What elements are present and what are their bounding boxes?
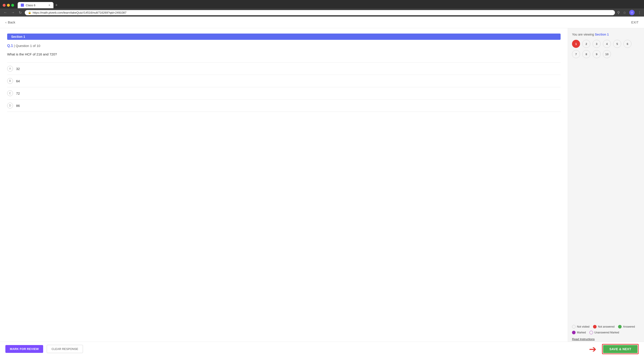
option-text-d: 86 xyxy=(16,104,20,108)
menu-icon[interactable]: ⋮ xyxy=(638,10,641,15)
question-bubble-3[interactable]: 3 xyxy=(592,40,600,48)
user-avatar[interactable]: U xyxy=(629,10,634,15)
reload-button[interactable]: ↻ xyxy=(18,10,22,15)
app-header: ‹ Back EXIT xyxy=(0,16,644,28)
traffic-light-green[interactable] xyxy=(11,4,14,7)
option-item-c[interactable]: C 72 xyxy=(7,87,560,100)
legend: Not visited Not answered Answered Marked… xyxy=(572,325,640,334)
not-answered-label: Not answered xyxy=(598,325,614,328)
answered-label: Answered xyxy=(623,325,635,328)
back-label: Back xyxy=(8,20,15,24)
not-answered-dot xyxy=(593,325,596,328)
not-visited-label: Not visited xyxy=(577,325,590,328)
url-text: https://math.piverb.com/learn/takeQuiz//… xyxy=(33,11,126,14)
mark-for-review-button[interactable]: MARK FOR REVIEW xyxy=(5,345,43,353)
marked-label: Marked xyxy=(577,331,586,334)
question-sub-label: Question 1 of 10 xyxy=(16,44,40,48)
traffic-light-red[interactable] xyxy=(3,4,6,7)
legend-not-answered: Not answered xyxy=(593,325,614,328)
options-list: A 32 B 64 C 72 D 86 xyxy=(7,62,560,112)
option-item-a[interactable]: A 32 xyxy=(7,62,560,75)
search-icon[interactable]: ⚲ xyxy=(617,10,620,15)
question-grid: 12345678910 xyxy=(572,40,640,58)
viewing-section-link[interactable]: Section 1 xyxy=(595,33,609,36)
unanswered-marked-label: Unanswered Marked xyxy=(594,331,619,334)
read-instructions-link[interactable]: Read Instructions xyxy=(572,338,640,341)
right-sidebar: You are viewing Section 1 12345678910 No… xyxy=(568,28,644,356)
browser-chrome: Class 6 × + ← → ↻ 🔒 https://math.piverb.… xyxy=(0,0,644,16)
url-bar[interactable]: 🔒 https://math.piverb.com/learn/takeQuiz… xyxy=(25,10,615,15)
tab-favicon xyxy=(21,4,24,7)
new-tab-button[interactable]: + xyxy=(55,3,58,8)
option-text-c: 72 xyxy=(16,92,20,95)
main-layout: Section 1 Q.1 | Question 1 of 10 What is… xyxy=(0,28,644,356)
viewing-label: You are viewing xyxy=(572,33,594,36)
question-bubble-2[interactable]: 2 xyxy=(582,40,590,48)
question-bubble-7[interactable]: 7 xyxy=(572,50,580,58)
question-bubble-10[interactable]: 10 xyxy=(603,50,611,58)
question-bubble-4[interactable]: 4 xyxy=(603,40,611,48)
lock-icon: 🔒 xyxy=(28,11,31,14)
question-bubble-6[interactable]: 6 xyxy=(624,40,632,48)
question-bubble-9[interactable]: 9 xyxy=(592,50,600,58)
option-text-b: 64 xyxy=(16,79,20,83)
active-tab[interactable]: Class 6 × xyxy=(18,2,54,8)
marked-dot xyxy=(572,331,576,334)
option-circle-c: C xyxy=(7,90,13,96)
bottom-toolbar: MARK FOR REVIEW CLEAR RESPONSE ➔ SAVE & … xyxy=(0,342,644,356)
traffic-light-yellow[interactable] xyxy=(7,4,10,7)
tab-bar: Class 6 × + xyxy=(0,0,644,8)
address-bar: ← → ↻ 🔒 https://math.piverb.com/learn/ta… xyxy=(0,8,644,16)
tab-close-button[interactable]: × xyxy=(48,3,50,7)
sidebar-viewing-text: You are viewing Section 1 xyxy=(572,33,640,36)
question-bubble-8[interactable]: 8 xyxy=(582,50,590,58)
option-circle-b: B xyxy=(7,78,13,84)
save-next-wrapper: SAVE & NEXT xyxy=(602,344,639,354)
arrow-icon: ➔ xyxy=(589,344,596,354)
question-area: Section 1 Q.1 | Question 1 of 10 What is… xyxy=(0,28,568,356)
answered-dot xyxy=(618,325,622,328)
question-bubble-5[interactable]: 5 xyxy=(613,40,621,48)
option-item-b[interactable]: B 64 xyxy=(7,75,560,87)
bookmark-icon[interactable]: ☆ xyxy=(623,10,626,15)
back-button[interactable]: ‹ Back xyxy=(5,20,15,24)
option-circle-a: A xyxy=(7,66,13,72)
question-bubble-1[interactable]: 1 xyxy=(572,40,580,48)
not-visited-dot xyxy=(572,325,576,328)
save-next-button[interactable]: SAVE & NEXT xyxy=(603,345,638,353)
section-badge: Section 1 xyxy=(7,34,560,40)
forward-nav-button[interactable]: → xyxy=(10,10,16,15)
tab-title: Class 6 xyxy=(26,4,47,7)
back-chevron-icon: ‹ xyxy=(5,20,6,24)
option-item-d[interactable]: D 86 xyxy=(7,100,560,112)
option-text-a: 32 xyxy=(16,67,20,71)
option-circle-d: D xyxy=(7,103,13,108)
legend-marked: Marked xyxy=(572,331,586,334)
arrow-indicator: ➔ xyxy=(589,344,598,354)
unanswered-marked-dot xyxy=(590,331,593,334)
exit-button[interactable]: EXIT xyxy=(631,20,639,24)
question-number: Q.1 xyxy=(7,44,13,48)
browser-nav-icons: ⚲ ☆ U ⋮ xyxy=(617,10,641,15)
legend-not-visited: Not visited xyxy=(572,325,590,328)
back-nav-button[interactable]: ← xyxy=(3,10,8,15)
traffic-lights xyxy=(3,4,14,7)
legend-answered: Answered xyxy=(618,325,635,328)
clear-response-button[interactable]: CLEAR RESPONSE xyxy=(47,345,83,353)
legend-unanswered-marked: Unanswered Marked xyxy=(590,331,619,334)
question-separator: | xyxy=(14,44,16,48)
question-header: Q.1 | Question 1 of 10 xyxy=(7,44,560,48)
question-text: What is the HCF of 216 and 720? xyxy=(7,52,560,56)
